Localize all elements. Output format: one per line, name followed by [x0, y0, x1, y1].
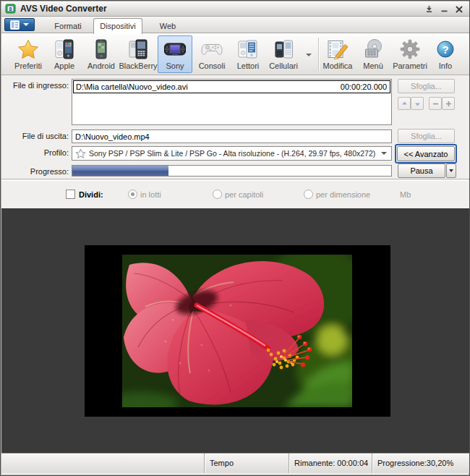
toolbar-separator	[318, 38, 319, 71]
profile-label: Profilo:	[4, 148, 69, 157]
output-file-label: File di uscita:	[4, 132, 69, 140]
move-down-button[interactable]	[411, 97, 424, 110]
input-file-duration: 00:00:20.000	[341, 82, 390, 91]
toolbar-item-lettori[interactable]: Lettori	[231, 35, 265, 73]
cell-phones-icon	[272, 38, 295, 61]
arrow-down-icon	[414, 101, 421, 107]
favorite-star-icon	[75, 148, 86, 159]
minimize-button[interactable]	[437, 4, 450, 14]
toolbar-item-android[interactable]: Android	[82, 35, 120, 73]
apple-devices-icon	[53, 38, 76, 61]
more-devices-dropdown-button[interactable]	[303, 49, 315, 61]
pause-button[interactable]: Pausa	[398, 163, 445, 178]
svg-text:8: 8	[9, 7, 12, 12]
split-radio-size[interactable]	[304, 190, 313, 199]
xbox-controller-icon	[200, 38, 223, 61]
add-file-button[interactable]	[442, 97, 455, 110]
reorder-buttons	[398, 97, 424, 110]
advanced-button-focus-ring: << Avanzato	[395, 144, 457, 163]
profile-combobox[interactable]: Sony PSP / PSP Slim & Lite / PSP Go - Al…	[72, 146, 392, 161]
conversion-form: File di ingresso: D:\Mia cartella\Nuovo_…	[1, 75, 470, 179]
star-icon	[17, 38, 40, 61]
media-players-icon	[236, 38, 260, 61]
browse-output-button[interactable]: Sfoglia...	[398, 129, 455, 143]
toolbar-item-menu[interactable]: Menù	[357, 35, 389, 73]
add-remove-buttons	[429, 97, 455, 110]
close-button[interactable]	[453, 4, 466, 14]
output-file-input[interactable]: D:\Nuovo_video.mp4	[72, 129, 392, 143]
browse-input-button[interactable]: Sfoglia...	[398, 79, 455, 93]
video-preview-area	[1, 208, 470, 453]
toolbar-item-preferiti[interactable]: Preferiti	[10, 35, 46, 73]
status-elapsed: Tempo passato:00:00:03	[204, 454, 289, 473]
toolbar-item-modifica[interactable]: Modifica	[320, 35, 356, 73]
app-window: 8 AVS Video Converter	[0, 0, 470, 476]
minimize-icon	[440, 5, 448, 13]
input-file-path: D:\Mia cartella\Nuovo_video.avi	[74, 82, 341, 91]
toolbar-item-sony[interactable]: Sony	[158, 35, 192, 73]
hibiscus-flower-video-still	[122, 255, 352, 407]
progress-label: Progresso:	[4, 167, 69, 176]
title-bar: 8 AVS Video Converter	[1, 1, 470, 17]
arrow-to-bar-icon	[425, 5, 433, 13]
status-bar: Tempo passato:00:00:03 Rimanente: 00:00:…	[1, 453, 470, 473]
split-radio-batches[interactable]	[128, 190, 137, 199]
toolbar-item-blackberry[interactable]: BlackBerry	[117, 35, 159, 73]
chevron-down-icon	[381, 152, 387, 155]
move-up-button[interactable]	[398, 97, 411, 110]
split-radio-chapters-label: per capitoli	[225, 190, 263, 199]
chevron-down-icon	[306, 54, 312, 56]
svg-text:?: ?	[442, 43, 448, 56]
menu-dropdown-arrow-icon	[23, 23, 29, 26]
tab-formati[interactable]: Formati	[43, 19, 93, 33]
tab-web[interactable]: Web	[143, 19, 192, 33]
minimize-to-tray-button[interactable]	[422, 4, 435, 14]
pause-options-button[interactable]	[446, 163, 456, 178]
status-remaining: Rimanente: 00:00:04	[289, 454, 372, 473]
split-options-bar: Dividi: in lotti per capitoli per dimens…	[1, 180, 470, 208]
tab-bar: Formati Dispositivi Web	[1, 17, 470, 33]
main-menu-icon	[10, 20, 20, 30]
edit-video-icon	[326, 38, 349, 61]
split-size-unit: Mb	[400, 190, 411, 199]
split-radio-chapters[interactable]	[213, 190, 222, 199]
sony-psp-icon	[163, 38, 187, 61]
split-radio-size-label: per dimensione	[316, 190, 370, 199]
progress-bar-fill	[72, 166, 168, 176]
input-file-list[interactable]: D:\Mia cartella\Nuovo_video.avi 00:00:20…	[72, 79, 392, 125]
info-icon: ?	[434, 38, 457, 61]
status-progress: Progressione:30,20%	[372, 454, 469, 473]
progress-bar	[72, 165, 392, 177]
toolbar-item-info[interactable]: ? Info	[431, 35, 460, 73]
toolbar-item-consoli[interactable]: Consoli	[194, 35, 230, 73]
device-toolbar: Preferiti Apple	[1, 33, 470, 75]
avs-app-icon: 8	[5, 3, 17, 14]
disc-menu-icon	[362, 38, 385, 61]
remove-file-button[interactable]	[429, 97, 442, 110]
toolbar-item-cellulari[interactable]: Cellulari	[265, 35, 302, 73]
input-file-row[interactable]: D:\Mia cartella\Nuovo_video.avi 00:00:20…	[73, 80, 390, 93]
split-checkbox[interactable]	[66, 190, 75, 199]
blackberry-phone-icon	[127, 38, 150, 61]
profile-value: Sony PSP / PSP Slim & Lite / PSP Go - Al…	[89, 149, 377, 158]
window-title: AVS Video Converter	[20, 4, 107, 14]
android-phone-icon	[90, 38, 113, 61]
main-menu-button[interactable]	[4, 18, 35, 31]
video-frame	[85, 245, 390, 417]
advanced-button[interactable]: << Avanzato	[397, 146, 455, 161]
toolbar-item-apple[interactable]: Apple	[47, 35, 82, 73]
arrow-up-icon	[401, 101, 408, 107]
chevron-down-icon	[449, 169, 453, 172]
close-icon	[455, 5, 463, 14]
toolbar-item-parametri[interactable]: Parametri	[390, 35, 430, 73]
split-checkbox-label: Dividi:	[79, 190, 103, 199]
split-radio-batches-label: in lotti	[140, 190, 161, 199]
minus-icon	[432, 101, 439, 107]
gear-icon	[398, 38, 422, 61]
input-file-label: File di ingresso:	[4, 81, 69, 90]
plus-icon	[445, 101, 452, 107]
tab-dispositivi[interactable]: Dispositivi	[93, 18, 142, 34]
